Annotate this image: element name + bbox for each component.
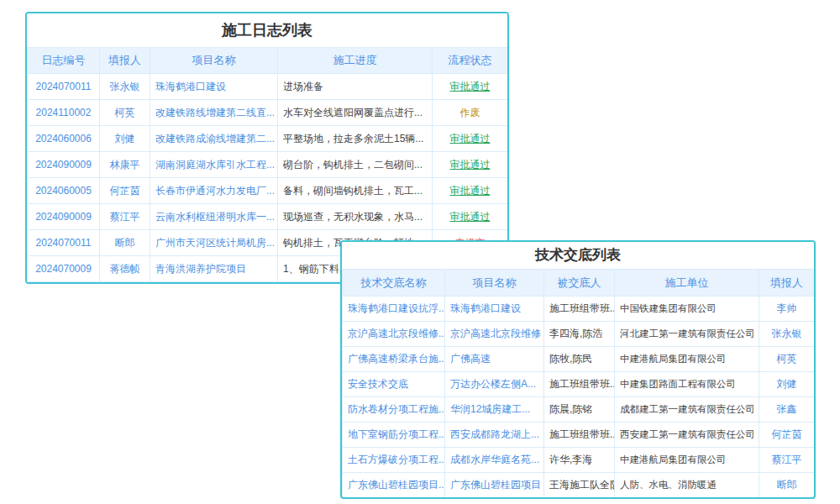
table-row: 珠海鹤港口建设抗浮... 珠海鹤港口建设 施工班组带班... 中国铁建集团有限公… xyxy=(343,297,815,322)
reporter-link[interactable]: 断郎 xyxy=(100,230,150,256)
disclosure-name-link[interactable]: 珠海鹤港口建设抗浮... xyxy=(343,297,445,322)
reporter-link[interactable]: 断郎 xyxy=(759,473,815,498)
log-id-link[interactable]: 2024070011 xyxy=(28,230,100,256)
column-header-reporter: 填报人 xyxy=(759,270,815,297)
status-badge[interactable]: 审批通过 xyxy=(433,74,508,100)
construction-unit-text: 人防、水电、消防暖通 xyxy=(615,473,759,498)
construction-unit-text: 中建港航局集团有限公司 xyxy=(615,448,759,473)
project-link[interactable]: 成都水岸华庭名苑... xyxy=(445,448,544,473)
reporter-link[interactable]: 刘健 xyxy=(759,372,815,397)
construction-unit-text: 西安建工第一建筑有限责任公司 xyxy=(615,423,759,448)
log-id-link[interactable]: 2024110002 xyxy=(28,100,100,126)
column-header-log-id: 日志编号 xyxy=(28,48,100,74)
reporter-link[interactable]: 张永银 xyxy=(759,322,815,347)
column-header-construction-unit: 施工单位 xyxy=(615,270,759,297)
reporter-link[interactable]: 柯英 xyxy=(100,100,150,126)
log-id-link[interactable]: 2024060005 xyxy=(28,178,100,204)
status-badge[interactable]: 审批通过 xyxy=(433,126,508,152)
status-badge[interactable]: 作废 xyxy=(433,100,508,126)
project-link[interactable]: 京沪高速北京段维修 xyxy=(445,322,544,347)
reporter-link[interactable]: 林康平 xyxy=(100,152,150,178)
table-row: 土石方爆破分项工程... 成都水岸华庭名苑... 许华,李海 中建港航局集团有限… xyxy=(343,448,815,473)
disclosure-name-link[interactable]: 防水卷材分项工程施... xyxy=(343,397,445,423)
reporter-link[interactable]: 刘健 xyxy=(100,126,150,152)
status-badge[interactable]: 审批通过 xyxy=(433,178,508,204)
construction-unit-text: 中建港航局集团有限公司 xyxy=(615,347,759,372)
status-badge[interactable]: 审批通过 xyxy=(433,204,508,230)
briefed-person-text: 许华,李海 xyxy=(544,448,615,473)
project-link[interactable]: 长春市伊通河水力发电厂... xyxy=(150,178,278,204)
construction-unit-text: 成都建工第一建筑有限责任公司 xyxy=(615,397,759,423)
briefed-person-text: 施工班组带班... xyxy=(544,423,615,448)
progress-text: 水车对全线遮阳网覆盖点进行... xyxy=(278,100,433,126)
tech-disclosure-panel: 技术交底列表 技术交底名称 项目名称 被交底人 施工单位 填报人 珠海鹤港口建设… xyxy=(340,240,816,499)
column-header-progress: 施工进度 xyxy=(278,48,433,74)
tech-disclosure-title: 技术交底列表 xyxy=(342,242,814,269)
project-link[interactable]: 青海洪湖养护院项目 xyxy=(150,256,278,282)
construction-unit-text: 河北建工第一建筑有限责任公司 xyxy=(615,322,759,347)
project-link[interactable]: 云南水利枢纽潜明水库一... xyxy=(150,204,278,230)
column-header-status: 流程状态 xyxy=(433,48,508,74)
log-id-link[interactable]: 2024070011 xyxy=(28,74,100,100)
table-row: 京沪高速北京段维修... 京沪高速北京段维修 李四海,陈浩 河北建工第一建筑有限… xyxy=(343,322,815,347)
table-row: 2024060006 刘健 改建铁路成渝线增建第二... 平整场地，拉走多余泥土… xyxy=(28,126,508,152)
disclosure-name-link[interactable]: 广东佛山碧桂园项目... xyxy=(343,473,445,498)
column-header-briefed-person: 被交底人 xyxy=(544,270,615,297)
tech-disclosure-table: 技术交底名称 项目名称 被交底人 施工单位 填报人 珠海鹤港口建设抗浮... 珠… xyxy=(342,269,815,498)
project-link[interactable]: 改建铁路成渝线增建第二... xyxy=(150,126,278,152)
progress-text: 进场准备 xyxy=(278,74,433,100)
disclosure-name-link[interactable]: 地下室钢筋分项工程... xyxy=(343,423,445,448)
construction-unit-text: 中建集团路面工程有限公司 xyxy=(615,372,759,397)
disclosure-name-link[interactable]: 广佛高速桥梁承台施... xyxy=(343,347,445,372)
table-header-row: 技术交底名称 项目名称 被交底人 施工单位 填报人 xyxy=(343,270,815,297)
table-row: 安全技术交底 万达办公楼左侧A... 施工班组带班... 中建集团路面工程有限公… xyxy=(343,372,815,397)
status-badge[interactable]: 审批通过 xyxy=(433,152,508,178)
reporter-link[interactable]: 何芷茵 xyxy=(759,423,815,448)
page: 施工日志列表 日志编号 填报人 项目名称 施工进度 流程状态 202407001… xyxy=(0,0,840,504)
tech-disclosure-body: 珠海鹤港口建设抗浮... 珠海鹤港口建设 施工班组带班... 中国铁建集团有限公… xyxy=(343,297,815,498)
table-row: 2024070011 张永银 珠海鹤港口建设 进场准备 审批通过 xyxy=(28,74,508,100)
reporter-link[interactable]: 张鑫 xyxy=(759,397,815,423)
project-link[interactable]: 珠海鹤港口建设 xyxy=(445,297,544,322)
reporter-link[interactable]: 柯英 xyxy=(759,347,815,372)
disclosure-name-link[interactable]: 京沪高速北京段维修... xyxy=(343,322,445,347)
reporter-link[interactable]: 蔡江平 xyxy=(100,204,150,230)
reporter-link[interactable]: 李帅 xyxy=(759,297,815,322)
disclosure-name-link[interactable]: 土石方爆破分项工程... xyxy=(343,448,445,473)
project-link[interactable]: 广佛高速 xyxy=(445,347,544,372)
project-link[interactable]: 广州市天河区统计局机房... xyxy=(150,230,278,256)
briefed-person-text: 陈牧,陈民 xyxy=(544,347,615,372)
log-id-link[interactable]: 2024060006 xyxy=(28,126,100,152)
progress-text: 备料，砌间墙钩机排土，瓦工... xyxy=(278,178,433,204)
reporter-link[interactable]: 张永银 xyxy=(100,74,150,100)
log-id-link[interactable]: 2024070009 xyxy=(28,256,100,282)
project-link[interactable]: 珠海鹤港口建设 xyxy=(150,74,278,100)
briefed-person-text: 陈晨,陈铭 xyxy=(544,397,615,423)
table-row: 2024090009 蔡江平 云南水利枢纽潜明水库一... 现场巡查，无积水现象… xyxy=(28,204,508,230)
project-link[interactable]: 广东佛山碧桂园项目 xyxy=(445,473,544,498)
reporter-link[interactable]: 蔡江平 xyxy=(759,448,815,473)
briefed-person-text: 施工班组带班... xyxy=(544,372,615,397)
project-link[interactable]: 西安成都路龙湖上... xyxy=(445,423,544,448)
column-header-project: 项目名称 xyxy=(445,270,544,297)
table-header-row: 日志编号 填报人 项目名称 施工进度 流程状态 xyxy=(28,48,508,74)
table-row: 地下室钢筋分项工程... 西安成都路龙湖上... 施工班组带班... 西安建工第… xyxy=(343,423,815,448)
log-id-link[interactable]: 2024090009 xyxy=(28,152,100,178)
reporter-link[interactable]: 蒋德帧 xyxy=(100,256,150,282)
column-header-reporter: 填报人 xyxy=(100,48,150,74)
column-header-disclosure-name: 技术交底名称 xyxy=(343,270,445,297)
construction-log-title: 施工日志列表 xyxy=(27,13,507,47)
log-id-link[interactable]: 2024090009 xyxy=(28,204,100,230)
table-row: 广佛高速桥梁承台施... 广佛高速 陈牧,陈民 中建港航局集团有限公司 柯英 xyxy=(343,347,815,372)
reporter-link[interactable]: 何芷茵 xyxy=(100,178,150,204)
table-row: 2024110002 柯英 改建铁路线增建第二线直... 水车对全线遮阳网覆盖点… xyxy=(28,100,508,126)
construction-unit-text: 中国铁建集团有限公司 xyxy=(615,297,759,322)
project-link[interactable]: 改建铁路线增建第二线直... xyxy=(150,100,278,126)
disclosure-name-link[interactable]: 安全技术交底 xyxy=(343,372,445,397)
project-link[interactable]: 湖南洞庭湖水库引水工程... xyxy=(150,152,278,178)
project-link[interactable]: 华润12城房建工... xyxy=(445,397,544,423)
project-link[interactable]: 万达办公楼左侧A... xyxy=(445,372,544,397)
briefed-person-text: 施工班组带班... xyxy=(544,297,615,322)
table-row: 广东佛山碧桂园项目... 广东佛山碧桂园项目 王海施工队全队 人防、水电、消防暖… xyxy=(343,473,815,498)
table-row: 2024060005 何芷茵 长春市伊通河水力发电厂... 备料，砌间墙钩机排土… xyxy=(28,178,508,204)
